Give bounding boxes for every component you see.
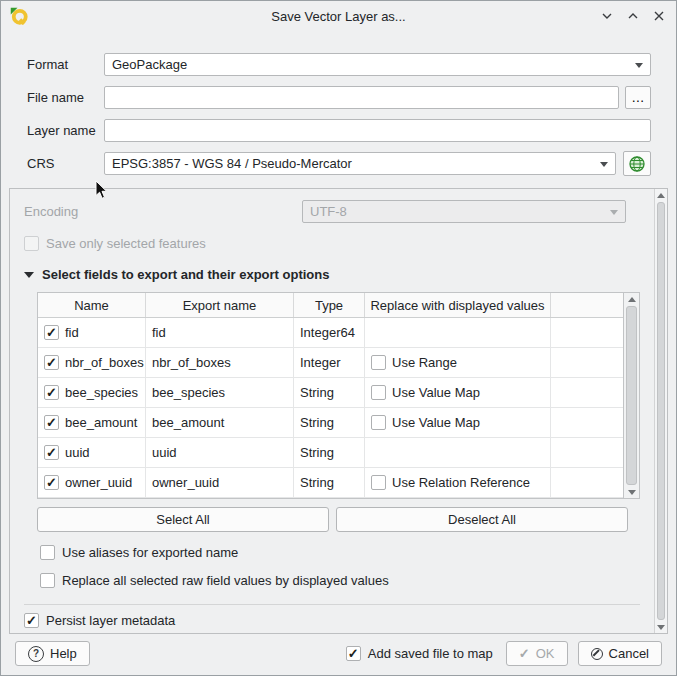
cancel-label: Cancel bbox=[609, 646, 649, 661]
use-value-map-checkbox[interactable] bbox=[371, 385, 386, 400]
add-saved-file-checkbox[interactable] bbox=[346, 646, 361, 661]
header-replace: Replace with displayed values bbox=[365, 293, 551, 317]
replace-raw-checkbox[interactable] bbox=[40, 573, 55, 588]
filler-cell bbox=[551, 348, 623, 377]
layer-name-input[interactable] bbox=[104, 119, 651, 142]
field-name-cell: bee_amount bbox=[38, 408, 146, 437]
browse-button[interactable]: … bbox=[625, 86, 651, 109]
field-type: Integer bbox=[300, 355, 340, 370]
filler-cell bbox=[551, 378, 623, 407]
table-row: bee_species bee_species String Use Value… bbox=[38, 378, 623, 408]
format-select[interactable]: GeoPackage bbox=[104, 53, 651, 76]
type-cell: String bbox=[294, 378, 365, 407]
header-filler bbox=[551, 293, 623, 317]
encoding-row: Encoding UTF-8 bbox=[24, 200, 626, 223]
help-icon bbox=[28, 646, 44, 662]
field-name: nbr_of_boxes bbox=[65, 355, 144, 370]
replace-cell: Use Relation Reference bbox=[365, 468, 551, 497]
field-checkbox[interactable] bbox=[44, 355, 59, 370]
scroll-down-icon[interactable] bbox=[624, 486, 639, 498]
field-checkbox[interactable] bbox=[44, 415, 59, 430]
replace-raw-row: Replace all selected raw field values by… bbox=[40, 573, 654, 588]
scroll-up-icon[interactable] bbox=[655, 189, 667, 201]
field-name: owner_uuid bbox=[65, 475, 132, 490]
select-all-button[interactable]: Select All bbox=[37, 507, 329, 532]
export-name: owner_uuid bbox=[152, 475, 219, 490]
shade-window-icon[interactable] bbox=[599, 8, 615, 24]
type-cell: String bbox=[294, 438, 365, 467]
options-scrollbar-thumb[interactable] bbox=[657, 202, 665, 620]
fields-table: Name Export name Type Replace with displ… bbox=[37, 292, 640, 499]
replace-cell bbox=[365, 438, 551, 467]
persist-metadata-checkbox[interactable] bbox=[24, 613, 39, 628]
format-row: Format GeoPackage bbox=[27, 53, 651, 76]
cancel-button[interactable]: Cancel bbox=[578, 641, 662, 666]
selection-buttons: Select All Deselect All bbox=[37, 507, 654, 532]
table-row: nbr_of_boxes nbr_of_boxes Integer Use Ra… bbox=[38, 348, 623, 378]
replace-cell: Use Value Map bbox=[365, 408, 551, 437]
export-name-cell[interactable]: uuid bbox=[146, 438, 294, 467]
export-name-cell[interactable]: fid bbox=[146, 318, 294, 347]
save-only-selected-label: Save only selected features bbox=[46, 236, 206, 251]
encoding-label: Encoding bbox=[24, 204, 302, 219]
deselect-all-button[interactable]: Deselect All bbox=[336, 507, 628, 532]
options-scroll-area: Encoding UTF-8 Save only selected featur… bbox=[9, 188, 668, 634]
use-aliases-label: Use aliases for exported name bbox=[62, 545, 238, 560]
scroll-up-icon[interactable] bbox=[624, 293, 639, 305]
help-label: Help bbox=[50, 646, 77, 661]
field-name-cell: fid bbox=[38, 318, 146, 347]
field-type: Integer64 bbox=[300, 325, 355, 340]
file-name-input[interactable] bbox=[104, 86, 619, 109]
select-crs-button[interactable] bbox=[623, 151, 651, 176]
type-cell: Integer64 bbox=[294, 318, 365, 347]
help-button[interactable]: Help bbox=[15, 641, 90, 666]
export-name: bee_species bbox=[152, 385, 225, 400]
field-checkbox[interactable] bbox=[44, 325, 59, 340]
replace-raw-label: Replace all selected raw field values by… bbox=[62, 573, 389, 588]
replace-option-label: Use Range bbox=[392, 355, 457, 370]
field-type: String bbox=[300, 385, 334, 400]
use-aliases-row: Use aliases for exported name bbox=[40, 545, 654, 560]
crs-value: EPSG:3857 - WGS 84 / Pseudo-Mercator bbox=[112, 156, 352, 171]
maximize-window-icon[interactable] bbox=[625, 8, 641, 24]
options-scrollbar[interactable] bbox=[654, 189, 667, 633]
close-window-icon[interactable] bbox=[651, 8, 667, 24]
options-content: Encoding UTF-8 Save only selected featur… bbox=[10, 189, 654, 633]
fields-section-header[interactable]: Select fields to export and their export… bbox=[24, 267, 654, 282]
filler-cell bbox=[551, 468, 623, 497]
crs-select[interactable]: EPSG:3857 - WGS 84 / Pseudo-Mercator bbox=[104, 152, 616, 175]
titlebar[interactable]: Save Vector Layer as... bbox=[1, 1, 676, 31]
crs-row: CRS EPSG:3857 - WGS 84 / Pseudo-Mercator bbox=[27, 152, 651, 175]
qgis-logo-icon bbox=[10, 7, 28, 25]
field-checkbox[interactable] bbox=[44, 445, 59, 460]
use-relation-reference-checkbox[interactable] bbox=[371, 475, 386, 490]
use-aliases-checkbox[interactable] bbox=[40, 545, 55, 560]
field-name-cell: nbr_of_boxes bbox=[38, 348, 146, 377]
field-type: String bbox=[300, 475, 334, 490]
export-name-cell[interactable]: bee_amount bbox=[146, 408, 294, 437]
field-checkbox[interactable] bbox=[44, 385, 59, 400]
persist-metadata-row: Persist layer metadata bbox=[24, 613, 654, 628]
chevron-down-icon bbox=[600, 162, 608, 167]
replace-cell bbox=[365, 318, 551, 347]
filler-cell bbox=[551, 408, 623, 437]
save-vector-layer-dialog: Save Vector Layer as... Format GeoPackag… bbox=[0, 0, 677, 676]
export-name: nbr_of_boxes bbox=[152, 355, 231, 370]
table-scrollbar-thumb[interactable] bbox=[626, 306, 637, 485]
add-saved-file-label: Add saved file to map bbox=[368, 646, 493, 661]
field-name: bee_species bbox=[65, 385, 138, 400]
export-name: bee_amount bbox=[152, 415, 224, 430]
use-range-checkbox[interactable] bbox=[371, 355, 386, 370]
export-name-cell[interactable]: bee_species bbox=[146, 378, 294, 407]
header-type: Type bbox=[294, 293, 365, 317]
export-name-cell[interactable]: nbr_of_boxes bbox=[146, 348, 294, 377]
field-type: String bbox=[300, 415, 334, 430]
save-only-selected-row: Save only selected features bbox=[24, 236, 654, 251]
table-row: bee_amount bee_amount String Use Value M… bbox=[38, 408, 623, 438]
ok-button[interactable]: OK bbox=[506, 641, 568, 666]
field-checkbox[interactable] bbox=[44, 475, 59, 490]
table-row: owner_uuid owner_uuid String Use Relatio… bbox=[38, 468, 623, 498]
export-name-cell[interactable]: owner_uuid bbox=[146, 468, 294, 497]
table-scrollbar[interactable] bbox=[623, 293, 639, 498]
use-value-map-checkbox[interactable] bbox=[371, 415, 386, 430]
